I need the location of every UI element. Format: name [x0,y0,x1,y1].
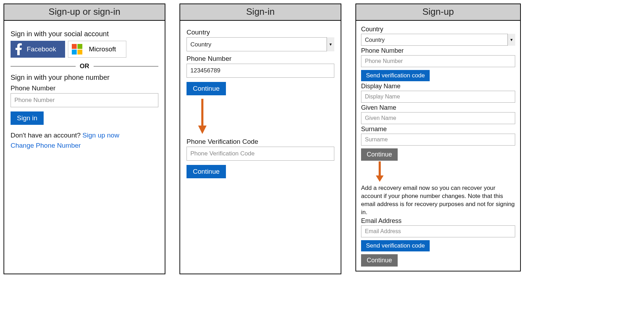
givenname-input[interactable] [361,112,515,124]
email-input[interactable] [361,225,515,237]
panel-title: Sign-in [180,4,341,21]
microsoft-icon [72,44,82,55]
facebook-label: Facebook [27,45,56,53]
country-select-wrap: Country ▼ [187,37,334,51]
continue-button-2[interactable]: Continue [361,254,398,267]
change-phone-link[interactable]: Change Phone Number [11,142,81,149]
email-label: Email Address [361,217,515,225]
phone-heading: Sign in with your phone number [11,73,158,82]
or-text: OR [80,63,89,70]
phone-label: Phone Number [361,47,515,55]
panel-body: Country Country ▼ Phone Number Send veri… [356,21,520,271]
or-divider: OR [11,63,158,70]
country-select[interactable]: Country [187,37,334,51]
svg-marker-3 [376,175,384,182]
givenname-label: Given Name [361,104,515,111]
verify-code-input[interactable] [187,147,334,161]
surname-input[interactable] [361,134,515,146]
signup-now-link[interactable]: Sign up now [82,132,119,139]
svg-marker-1 [198,126,207,134]
country-select-wrap: Country ▼ [361,34,515,46]
displayname-label: Display Name [361,83,515,90]
signup-or-signin-panel: Sign-up or sign-in Sign in with your soc… [4,4,165,274]
signup-panel: Sign-up Country Country ▼ Phone Number S… [355,4,521,271]
phone-input[interactable] [11,93,158,107]
social-buttons-row: Facebook Microsoft [11,41,158,58]
country-label: Country [361,26,515,33]
send-code-button[interactable]: Send verification code [361,70,430,81]
continue-button-2[interactable]: Continue [187,165,226,178]
country-select[interactable]: Country [361,34,515,46]
signin-panel: Sign-in Country Country ▼ Phone Number C… [179,4,341,274]
no-account-text: Don't have an account? [11,132,82,139]
panel-body: Country Country ▼ Phone Number Continue … [180,21,341,274]
facebook-icon [11,43,27,55]
continue-button-1[interactable]: Continue [361,148,398,161]
phone-input[interactable] [187,64,334,78]
microsoft-button[interactable]: Microsoft [68,41,126,58]
phone-label: Phone Number [187,55,334,63]
arrow-down-icon [197,99,334,136]
verify-label: Phone Verification Code [187,138,334,146]
panel-body: Sign in with your social account Faceboo… [4,21,165,274]
country-label: Country [187,28,334,36]
phone-input[interactable] [361,55,515,67]
recovery-text: Add a recovery email now so you can reco… [361,184,515,217]
displayname-input[interactable] [361,91,515,103]
phone-label: Phone Number [11,84,158,92]
panel-title: Sign-up [356,4,520,21]
continue-button-1[interactable]: Continue [187,82,226,95]
facebook-button[interactable]: Facebook [11,41,65,58]
arrow-down-icon [375,161,515,184]
social-heading: Sign in with your social account [11,30,158,38]
send-code-button-2[interactable]: Send verification code [361,240,430,251]
microsoft-label: Microsoft [89,45,116,53]
surname-label: Surname [361,126,515,133]
signin-button[interactable]: Sign in [11,111,44,125]
panel-title: Sign-up or sign-in [4,4,165,21]
account-prompt: Don't have an account? Sign up now Chang… [11,130,158,151]
